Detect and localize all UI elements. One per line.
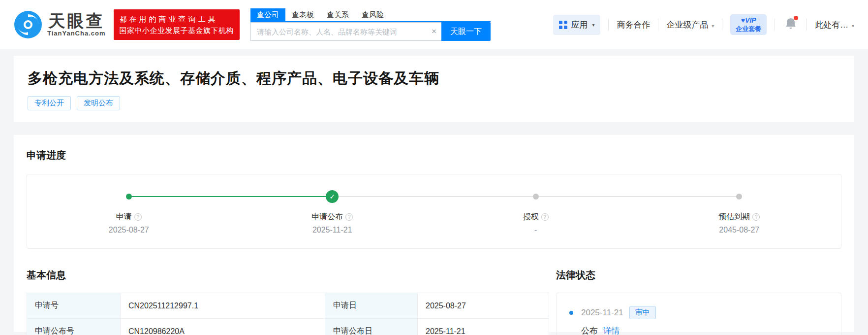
search-input[interactable]	[250, 22, 441, 41]
notification-dot	[794, 16, 798, 20]
nav-enterprise-products[interactable]: 企业级产品 ▾	[666, 19, 714, 31]
tag-patent-public[interactable]: 专利公开	[28, 96, 71, 110]
step-application: 申请 ? 2025-08-27	[27, 190, 231, 234]
legal-status-box: 2025-11-21 审中 公布 详情	[556, 293, 841, 335]
cell-value-application-number: CN202511212997.1	[121, 293, 325, 319]
question-icon[interactable]: ?	[541, 213, 549, 221]
step-authorization: 授权 ? -	[434, 190, 638, 234]
step-publication: ✓ 申请公布 ? 2025-11-21	[231, 190, 434, 234]
search-block: 查公司 查老板 查关系 查风险 × 天眼一下	[250, 8, 491, 41]
enterprise-label: 企业级产品	[666, 20, 708, 30]
step-dot-done	[126, 194, 132, 200]
notification-bell-button[interactable]	[785, 17, 797, 33]
vip-package-button[interactable]: ♥VIP 企业套餐	[730, 14, 767, 35]
divider	[775, 19, 775, 31]
tab-boss[interactable]: 查老板	[285, 8, 320, 21]
divider	[608, 19, 609, 31]
search-input-wrap: ×	[250, 22, 441, 41]
search-button[interactable]: 天眼一下	[441, 22, 491, 41]
legal-status-date: 2025-11-21	[581, 308, 623, 318]
step-dot-pending	[533, 194, 539, 200]
section-title-basic-info: 基本信息	[27, 268, 549, 282]
header-nav: 应用 ▾ 商务合作 企业级产品 ▾ ♥VIP 企业套餐 此处有… ▾	[553, 14, 854, 35]
status-badge: 审中	[629, 306, 656, 319]
step-label: 申请公布	[311, 212, 343, 222]
cell-label: 申请号	[27, 293, 121, 319]
tab-company[interactable]: 查公司	[250, 8, 285, 21]
step-estimated-expiry: 预估到期 ? 2045-08-27	[638, 190, 841, 234]
logo-name: 天眼查	[48, 12, 104, 30]
application-progress-timeline: 申请 ? 2025-08-27 ✓ 申请公布 ? 2025-11-21 授权 ?	[27, 174, 841, 249]
step-date: -	[534, 226, 537, 234]
section-title-legal-status: 法律状态	[556, 268, 841, 282]
tag-row: 专利公开 发明公布	[28, 96, 840, 110]
vip-package-label: 企业套餐	[736, 25, 761, 33]
logo-domain: TianYanCha.com	[47, 30, 106, 37]
apps-label: 应用	[571, 19, 588, 31]
cell-value-application-date: 2025-08-27	[418, 293, 549, 319]
section-title-progress: 申请进度	[27, 149, 841, 162]
legal-status-section: 法律状态 2025-11-21 审中 公布 详情	[556, 268, 841, 335]
detail-link[interactable]: 详情	[603, 326, 620, 335]
step-check-icon: ✓	[326, 190, 339, 203]
step-label: 授权	[523, 212, 539, 222]
user-label: 此处有…	[815, 20, 848, 30]
apps-menu-button[interactable]: 应用 ▾	[553, 15, 600, 35]
apps-grid-icon	[559, 21, 567, 29]
cell-label: 申请日	[325, 293, 418, 319]
search-row: × 天眼一下	[250, 22, 491, 41]
clear-icon[interactable]: ×	[432, 27, 436, 36]
step-label: 预估到期	[718, 212, 750, 222]
divider	[722, 19, 722, 31]
cell-value-publication-date: 2025-11-21	[418, 319, 549, 335]
top-header: 天眼查 TianYanCha.com 都在用的商业查询工具 国家中小企业发展子基…	[0, 0, 868, 49]
step-date: 2025-08-27	[109, 226, 149, 234]
cell-label: 申请公布日	[325, 319, 418, 335]
nav-business-cooperation[interactable]: 商务合作	[617, 19, 650, 31]
page-title: 多枪充电方法及系统、存储介质、程序产品、电子设备及车辆	[28, 68, 840, 89]
legal-status-item: 2025-11-21 审中	[569, 306, 831, 319]
chevron-down-icon: ▾	[592, 22, 594, 28]
basic-info-section: 基本信息 申请号 CN202511212997.1 申请日 2025-08-27…	[27, 268, 549, 335]
logo-text: 天眼查 TianYanCha.com	[47, 12, 106, 37]
patent-title-card: 多枪充电方法及系统、存储介质、程序产品、电子设备及车辆 专利公开 发明公布	[14, 56, 854, 122]
chevron-down-icon: ▾	[852, 23, 854, 29]
step-label: 申请	[116, 212, 132, 222]
bullet-icon	[569, 311, 573, 315]
cell-label: 申请公布号	[27, 319, 121, 335]
search-tabs: 查公司 查老板 查关系 查风险	[250, 8, 491, 22]
divider	[806, 19, 807, 31]
info-legal-row: 基本信息 申请号 CN202511212997.1 申请日 2025-08-27…	[27, 268, 841, 335]
divider	[658, 19, 658, 31]
table-row: 申请公布号 CN120986220A 申请公布日 2025-11-21	[27, 319, 549, 335]
tag-invention-published[interactable]: 发明公布	[77, 96, 120, 110]
tianyancha-eye-icon	[14, 10, 42, 39]
promo-line-1: 都在用的商业查询工具	[120, 13, 234, 25]
promo-line-2: 国家中小企业发展子基金旗下机构	[120, 25, 234, 36]
legal-status-desc-row: 公布 详情	[569, 325, 831, 335]
tab-risk[interactable]: 查风险	[355, 8, 390, 21]
step-dot-pending	[736, 194, 742, 200]
promo-banner: 都在用的商业查询工具 国家中小企业发展子基金旗下机构	[114, 9, 240, 40]
chevron-down-icon: ▾	[712, 23, 714, 29]
step-date: 2025-11-21	[312, 226, 352, 234]
question-icon[interactable]: ?	[752, 213, 760, 221]
tab-relation[interactable]: 查关系	[320, 8, 355, 21]
user-menu[interactable]: 此处有… ▾	[815, 19, 854, 31]
basic-info-table: 申请号 CN202511212997.1 申请日 2025-08-27 申请公布…	[27, 293, 549, 335]
table-row: 申请号 CN202511212997.1 申请日 2025-08-27	[27, 293, 549, 319]
question-icon[interactable]: ?	[134, 213, 142, 221]
cell-value-publication-number: CN120986220A	[121, 319, 325, 335]
vip-label: ♥VIP	[736, 16, 761, 25]
question-icon[interactable]: ?	[345, 213, 353, 221]
tianyancha-logo[interactable]: 天眼查 TianYanCha.com	[14, 10, 106, 39]
timeline-steps: 申请 ? 2025-08-27 ✓ 申请公布 ? 2025-11-21 授权 ?	[27, 190, 841, 234]
legal-status-desc: 公布	[581, 326, 598, 335]
step-date: 2045-08-27	[719, 226, 759, 234]
patent-detail-card: 申请进度 申请 ? 2025-08-27 ✓ 申请公布 ? 2025-11-21	[14, 135, 854, 332]
